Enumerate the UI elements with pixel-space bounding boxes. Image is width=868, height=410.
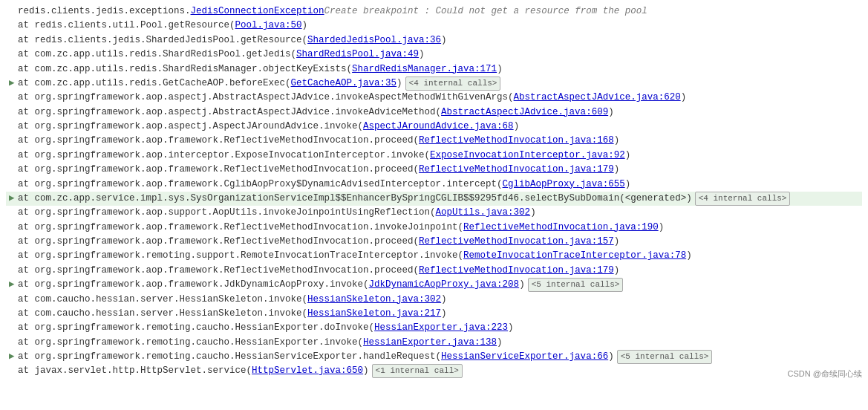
stack-line: at org.springframework.aop.support.AopUt… bbox=[6, 206, 862, 220]
stack-line: ▶ at com.zc.app.service.impl.sys.SysOrga… bbox=[6, 192, 862, 206]
stack-text-before: at org.springframework.aop.aspectj.Abstr… bbox=[18, 91, 514, 105]
stack-text-before: at org.springframework.aop.aspectj.Aspec… bbox=[18, 120, 363, 134]
stack-file-link[interactable]: AbstractAspectJAdvice.java:609 bbox=[441, 105, 608, 120]
line-marker-empty bbox=[9, 62, 18, 77]
stack-text-before: at org.springframework.aop.support.AopUt… bbox=[18, 206, 436, 220]
stack-line: at org.springframework.remoting.caucho.H… bbox=[6, 336, 862, 350]
stack-text-before: at javax.servlet.http.HttpServlet.servic… bbox=[18, 364, 252, 378]
stack-text-after: ) bbox=[530, 206, 536, 220]
line-marker-empty bbox=[9, 48, 18, 62]
stack-file-link[interactable]: ReflectiveMethodInvocation.java:157 bbox=[419, 235, 614, 249]
stack-text-before: at org.springframework.remoting.caucho.H… bbox=[18, 350, 441, 364]
stack-line: at org.springframework.remoting.support.… bbox=[6, 249, 862, 263]
stack-text-before: at org.springframework.aop.aspectj.Abstr… bbox=[18, 105, 441, 120]
stack-file-link[interactable]: RemoteInvocationTraceInterceptor.java:78 bbox=[463, 249, 686, 263]
stack-file-link[interactable]: ShardRedisManager.java:171 bbox=[352, 62, 497, 77]
line-marker-empty bbox=[9, 321, 18, 335]
line-marker-empty bbox=[9, 4, 18, 19]
stack-text-after: ) bbox=[397, 77, 402, 91]
stack-file-link[interactable]: HessianSkeleton.java:302 bbox=[307, 293, 441, 307]
stack-text-before: at org.springframework.aop.framework.Ref… bbox=[18, 221, 463, 235]
stack-line: at org.springframework.aop.interceptor.E… bbox=[6, 149, 862, 163]
stack-file-link[interactable]: AbstractAspectJAdvice.java:620 bbox=[514, 91, 681, 105]
stack-file-link[interactable]: ShardRedisPool.java:49 bbox=[296, 48, 419, 62]
stack-text-before: at org.springframework.aop.framework.Ref… bbox=[18, 134, 419, 148]
stack-file-link[interactable]: ShardedJedisPool.java:36 bbox=[307, 33, 441, 48]
stack-text-after: ) bbox=[441, 307, 447, 321]
stack-file-link[interactable]: AopUtils.java:302 bbox=[436, 206, 531, 220]
stack-line: at org.springframework.aop.aspectj.Aspec… bbox=[6, 120, 862, 134]
stack-line: at org.springframework.aop.aspectj.Abstr… bbox=[6, 91, 862, 105]
stack-file-link[interactable]: Pool.java:50 bbox=[235, 19, 302, 33]
stack-file-link[interactable]: ReflectiveMethodInvocation.java:168 bbox=[419, 134, 614, 148]
stack-file-link[interactable]: AspectJAroundAdvice.java:68 bbox=[363, 120, 514, 134]
stack-file-link[interactable]: HessianExporter.java:223 bbox=[374, 321, 508, 335]
line-marker-empty bbox=[9, 163, 18, 177]
stack-file-link[interactable]: GetCacheAOP.java:35 bbox=[291, 77, 397, 91]
stack-text-before: at com.caucho.hessian.server.HessianSkel… bbox=[18, 307, 307, 321]
stack-text-before: at org.springframework.aop.framework.Ref… bbox=[18, 235, 419, 249]
stack-line: at com.zc.app.utils.redis.ShardRedisPool… bbox=[6, 48, 862, 62]
stack-line: ▶ at com.zc.app.utils.redis.GetCacheAOP.… bbox=[6, 77, 862, 91]
stack-line: ▶ at org.springframework.remoting.caucho… bbox=[6, 350, 862, 364]
line-marker-empty bbox=[9, 221, 18, 235]
stack-text-after: ) bbox=[508, 321, 514, 335]
stack-text-before: at com.zc.app.utils.redis.GetCacheAOP.be… bbox=[18, 77, 291, 91]
exception-class-link[interactable]: JedisConnectionException bbox=[191, 4, 324, 19]
stack-file-link[interactable]: ReflectiveMethodInvocation.java:179 bbox=[419, 264, 614, 278]
internal-calls-badge[interactable]: <4 internal calls> bbox=[405, 77, 501, 91]
internal-calls-badge[interactable]: <5 internal calls> bbox=[528, 278, 624, 292]
stack-file-link[interactable]: CglibAopProxy.java:655 bbox=[503, 178, 625, 192]
line-marker-empty bbox=[9, 178, 18, 192]
stack-text-before: at com.zc.app.utils.redis.ShardRedisPool… bbox=[18, 48, 296, 62]
stack-line: at redis.clients.jedis.ShardedJedisPool.… bbox=[6, 33, 862, 48]
stack-text-before: at com.caucho.hessian.server.HessianSkel… bbox=[18, 293, 307, 307]
line-marker-empty bbox=[9, 336, 18, 350]
stack-file-link[interactable]: HessianServiceExporter.java:66 bbox=[441, 350, 608, 364]
stack-file-link[interactable]: ReflectiveMethodInvocation.java:190 bbox=[463, 221, 659, 235]
stack-text-before: at org.springframework.aop.framework.Jdk… bbox=[18, 278, 369, 292]
stack-line: at org.springframework.aop.framework.Cgl… bbox=[6, 178, 862, 192]
stack-line: at javax.servlet.http.HttpServlet.servic… bbox=[6, 364, 862, 378]
stack-file-link[interactable]: JdkDynamicAopProxy.java:208 bbox=[369, 278, 520, 292]
stack-text-before: at redis.clients.util.Pool.getResource( bbox=[18, 19, 235, 33]
stack-line: at org.springframework.remoting.caucho.H… bbox=[6, 321, 862, 335]
line-marker-empty bbox=[9, 307, 18, 321]
stack-text-after: ) bbox=[614, 235, 620, 249]
stack-text-after: ) bbox=[614, 134, 620, 148]
stack-file-link[interactable]: HessianExporter.java:138 bbox=[363, 336, 497, 350]
line-marker-empty bbox=[9, 120, 18, 134]
stack-text-after: ) bbox=[514, 120, 520, 134]
stack-text-before: at org.springframework.aop.framework.Cgl… bbox=[18, 178, 503, 192]
expand-marker[interactable]: ▶ bbox=[9, 350, 18, 364]
internal-calls-badge[interactable]: <1 internal call> bbox=[372, 364, 463, 378]
stack-line: at com.caucho.hessian.server.HessianSkel… bbox=[6, 293, 862, 307]
internal-calls-badge[interactable]: <4 internal calls> bbox=[695, 192, 791, 206]
stack-text-after: ) bbox=[608, 350, 614, 364]
line-marker-empty bbox=[9, 293, 18, 307]
stack-file-link[interactable]: HessianSkeleton.java:217 bbox=[307, 307, 441, 321]
stack-text-before: at com.zc.app.utils.redis.ShardRedisMana… bbox=[18, 62, 352, 77]
stack-file-link[interactable]: ReflectiveMethodInvocation.java:179 bbox=[419, 163, 614, 177]
stack-file-link[interactable]: ExposeInvocationInterceptor.java:92 bbox=[430, 149, 625, 163]
stack-text-before: at org.springframework.aop.interceptor.E… bbox=[18, 149, 430, 163]
expand-marker[interactable]: ▶ bbox=[9, 77, 18, 91]
stack-text-after: ) bbox=[497, 336, 503, 350]
stack-line: at org.springframework.aop.framework.Ref… bbox=[6, 221, 862, 235]
stack-text-after: ) bbox=[614, 264, 620, 278]
exception-prefix: redis.clients.jedis.exceptions. bbox=[18, 4, 191, 19]
stack-file-link[interactable]: HttpServlet.java:650 bbox=[252, 364, 363, 378]
expand-marker[interactable]: ▶ bbox=[9, 278, 18, 292]
line-marker-empty bbox=[9, 249, 18, 263]
expand-marker[interactable]: ▶ bbox=[9, 192, 18, 206]
stack-text-before: at org.springframework.aop.framework.Ref… bbox=[18, 264, 419, 278]
stack-trace-container: redis.clients.jedis.exceptions.JedisConn… bbox=[0, 0, 868, 383]
internal-calls-badge[interactable]: <5 internal calls> bbox=[617, 350, 713, 364]
stack-text-after: ) bbox=[686, 249, 692, 263]
stack-text-before: at org.springframework.aop.framework.Ref… bbox=[18, 163, 419, 177]
line-marker-empty bbox=[9, 33, 18, 48]
stack-line: at com.caucho.hessian.server.HessianSkel… bbox=[6, 307, 862, 321]
stack-text-before: at org.springframework.remoting.support.… bbox=[18, 249, 463, 263]
stack-text-after: ) bbox=[614, 163, 620, 177]
line-marker-empty bbox=[9, 134, 18, 148]
